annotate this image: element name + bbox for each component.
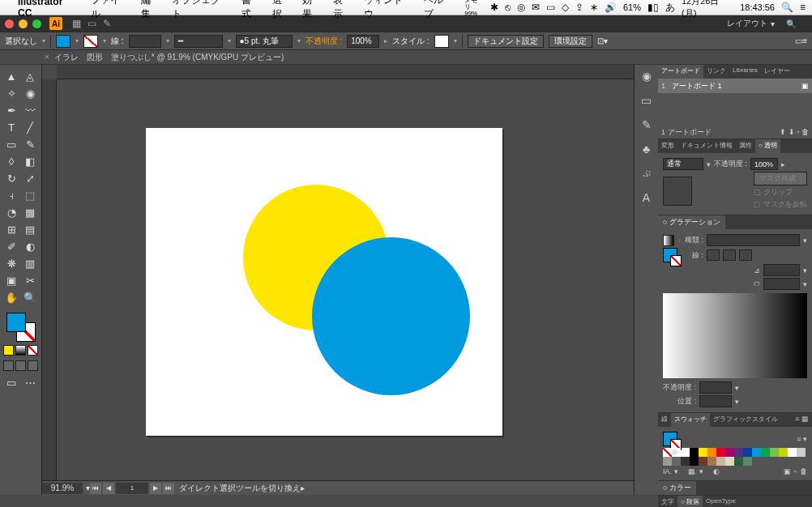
fill-stroke-indicator[interactable] xyxy=(6,313,36,342)
pen-tool[interactable]: ✒ xyxy=(2,102,21,119)
display-icon[interactable]: ▭ xyxy=(546,2,555,13)
symbol-sprayer-tool[interactable]: ❋ xyxy=(2,255,21,272)
status-hint[interactable]: ダイレクト選択ツールを切り換え xyxy=(179,483,301,494)
make-mask-button[interactable]: マスク作成 xyxy=(754,172,807,185)
direct-selection-tool[interactable]: ◬ xyxy=(21,68,40,85)
stroke-swatch[interactable] xyxy=(83,35,98,48)
swatch-kinds-icon[interactable]: ▦. ▾ xyxy=(688,467,703,475)
type-tool[interactable]: T xyxy=(2,119,21,136)
grad-fillstroke-icon[interactable] xyxy=(663,248,677,262)
transparency-tab[interactable]: ○ 透明 xyxy=(755,139,780,153)
width-tool[interactable]: ⫞ xyxy=(2,187,21,204)
symbols-icon[interactable]: ♣ xyxy=(639,141,655,157)
perspective-tool[interactable]: ▦ xyxy=(21,204,40,221)
vertical-ruler[interactable] xyxy=(42,79,57,480)
bluetooth-icon[interactable]: ∗ xyxy=(590,2,598,13)
rectangle-tool[interactable]: ▭ xyxy=(2,136,21,153)
glyph-icon[interactable]: A xyxy=(639,190,655,206)
menubar-date[interactable]: 12月26日(月) xyxy=(682,0,733,19)
stroke-profile-field[interactable]: ━ xyxy=(174,35,223,48)
color-swatch[interactable] xyxy=(707,457,716,466)
lasso-tool[interactable]: ◉ xyxy=(21,85,40,102)
opentype-tab[interactable]: OpenType xyxy=(703,496,739,507)
menu-help[interactable]: ヘルプ xyxy=(424,0,453,21)
invert-mask-checkbox[interactable]: マスクを反転 xyxy=(754,199,807,210)
draw-normal-icon[interactable] xyxy=(3,360,14,371)
workspace-switcher[interactable]: レイアウト xyxy=(727,18,767,29)
fill-color-icon[interactable] xyxy=(6,313,26,332)
screen-mode-tool[interactable]: ▭ xyxy=(2,374,21,391)
zoom-tool[interactable]: 🔍 xyxy=(21,289,40,306)
blend-mode-field[interactable]: 通常 xyxy=(663,158,703,170)
graphic-style-swatch[interactable] xyxy=(434,35,449,48)
curvature-tool[interactable]: 〰 xyxy=(21,102,40,119)
brush-field[interactable]: ● 5 pt. 丸筆 xyxy=(236,35,293,48)
document-title[interactable]: イラレ 図形 塗りつぶし* @ 91.9% (CMYK/GPU プレビュー) xyxy=(54,52,284,63)
gradient-ramp[interactable] xyxy=(663,293,807,378)
shape-builder-tool[interactable]: ◔ xyxy=(2,204,21,221)
grad-ratio-field[interactable] xyxy=(763,278,800,290)
new-artboard-icon[interactable]: ▫ xyxy=(797,128,799,136)
eyedropper-tool[interactable]: ✐ xyxy=(2,238,21,255)
menu-icon[interactable]: ≡ xyxy=(800,2,806,13)
draw-behind-icon[interactable] xyxy=(15,360,26,371)
next-artboard-icon[interactable]: ▶ xyxy=(150,483,161,494)
color-swatch[interactable] xyxy=(761,448,770,457)
color-swatch[interactable] xyxy=(690,448,699,457)
scale-tool[interactable]: ⤢ xyxy=(21,170,40,187)
draw-inside-icon[interactable] xyxy=(28,360,38,371)
color-swatch[interactable] xyxy=(707,448,716,457)
color-swatch[interactable] xyxy=(797,448,806,457)
first-artboard-icon[interactable]: ⏮ xyxy=(90,483,101,494)
clip-checkbox[interactable]: クリップ xyxy=(754,187,807,198)
color-tab[interactable]: ○ カラー xyxy=(658,481,696,495)
color-swatch[interactable] xyxy=(681,457,690,466)
artboard-tab[interactable]: アートボード xyxy=(658,65,703,79)
grad-stroke-3-icon[interactable] xyxy=(739,249,752,261)
mesh-tool[interactable]: ⊞ xyxy=(2,221,21,238)
gradient-mode-icon[interactable] xyxy=(15,345,26,356)
fill-swatch[interactable] xyxy=(56,35,71,48)
delete-artboard-icon[interactable]: 🗑 xyxy=(801,128,809,136)
docinfo-tab[interactable]: ドキュメント情報 xyxy=(677,139,736,153)
menu-effect[interactable]: 効果 xyxy=(302,0,322,21)
document-setup-button[interactable]: ドキュメント設定 xyxy=(468,35,544,48)
free-transform-tool[interactable]: ⬚ xyxy=(21,187,40,204)
color-swatch[interactable] xyxy=(752,448,761,457)
stroke-weight-field[interactable] xyxy=(129,35,161,48)
rotate-tool[interactable]: ↻ xyxy=(2,170,21,187)
gradient-tool[interactable]: ▤ xyxy=(21,221,40,238)
stock-icon[interactable]: ✎ xyxy=(103,18,111,29)
bridge-icon[interactable]: ▦ xyxy=(72,18,81,29)
color-swatch[interactable] xyxy=(743,448,752,457)
color-mode-icon[interactable] xyxy=(3,345,14,356)
volume-icon[interactable]: 🔊 xyxy=(605,2,617,13)
dropbox-icon[interactable]: ⎋ xyxy=(505,2,511,13)
swatch-options-icon[interactable]: ◐ xyxy=(713,467,720,475)
none-mode-icon[interactable] xyxy=(28,345,38,356)
paintbrush-tool[interactable]: ✎ xyxy=(21,136,40,153)
move-down-icon[interactable]: ⬇ xyxy=(788,128,795,136)
paragraph-tab[interactable]: ○ 段落 xyxy=(677,496,703,507)
menu-view[interactable]: 表示 xyxy=(333,0,353,21)
eraser-tool[interactable]: ◧ xyxy=(21,153,40,170)
grad-position-field[interactable] xyxy=(699,395,732,407)
color-swatch[interactable] xyxy=(716,448,725,457)
stroke-panel-tab[interactable]: 線 xyxy=(658,413,671,427)
artboard-row[interactable]: 1 アートボード 1 ▣ xyxy=(658,79,812,93)
color-swatch[interactable] xyxy=(770,448,779,457)
tp-opacity-field[interactable]: 100% xyxy=(750,158,778,170)
delete-swatch-icon[interactable]: 🗑 xyxy=(800,467,807,475)
gradient-tab[interactable]: ○ グラデーション xyxy=(658,215,725,229)
color-swatch[interactable] xyxy=(681,448,690,457)
menu-object[interactable]: オブジェクト xyxy=(172,0,230,21)
edit-toolbar-icon[interactable]: ⋯ xyxy=(21,374,40,391)
links-tab[interactable]: リンク xyxy=(703,65,729,79)
selection-tool[interactable]: ▲ xyxy=(2,68,21,85)
menu-type[interactable]: 書式 xyxy=(241,0,261,21)
panel-view-icon[interactable]: ≡ ▦ xyxy=(792,413,812,427)
ime-icon[interactable]: あ xyxy=(665,1,675,15)
color-swatch[interactable] xyxy=(663,457,672,466)
grad-opacity-field[interactable] xyxy=(699,381,732,394)
artboard-tool[interactable]: ▣ xyxy=(2,272,21,289)
